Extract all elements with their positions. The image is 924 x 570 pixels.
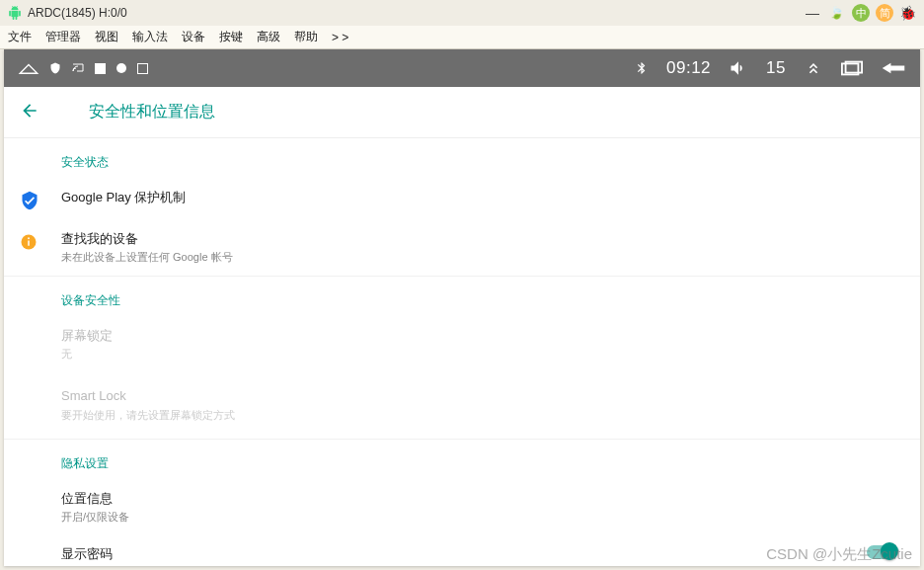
info-icon [20,232,38,252]
window-title: ARDC(1845) H:0/0 [28,6,800,20]
circle-icon [116,62,127,74]
square-outline-icon [137,63,148,74]
cast-icon [71,62,85,74]
item-find-device[interactable]: 查找我的设备 未在此设备上设置任何 Google 帐号 [4,220,920,276]
label-find-device: 查找我的设备 [61,230,904,248]
menu-ime[interactable]: 输入法 [132,29,168,45]
chevrons-up-icon [804,58,823,78]
label-location: 位置信息 [61,490,904,508]
ime-badge-1[interactable]: 中 [852,4,870,22]
bug-icon[interactable]: 🐞 [899,5,916,21]
menubar: 文件 管理器 视图 输入法 设备 按键 高级 帮助 > > [0,26,924,49]
volume-icon [729,58,748,78]
sub-show-password: 输入时短暂显示这些字符 [61,564,867,566]
section-header-device-security: 设备安全性 [4,277,920,317]
item-show-password[interactable]: 显示密码 输入时短暂显示这些字符 [4,535,920,566]
leaf-icon: 🍃 [829,6,844,20]
recents-icon[interactable] [841,60,863,76]
menu-keys[interactable]: 按键 [219,29,243,45]
menu-device[interactable]: 设备 [182,29,205,45]
menu-manager[interactable]: 管理器 [45,29,81,45]
label-show-password: 显示密码 [61,545,867,563]
sub-find-device: 未在此设备上设置任何 Google 帐号 [61,249,904,266]
menu-view[interactable]: 视图 [95,29,118,45]
section-header-security-status: 安全状态 [4,138,920,179]
section-security-status: 安全状态 Google Play 保护机制 查找我的设备 未在此设备上设置任何 … [4,138,920,277]
shield-small-icon [49,61,61,75]
window-titlebar: ARDC(1845) H:0/0 — 🍃 中 简 🐞 [0,0,924,26]
menu-advanced[interactable]: 高级 [257,29,280,45]
page-title: 安全性和位置信息 [89,102,215,122]
ime-badge-2[interactable]: 简 [876,4,893,22]
status-battery: 15 [766,58,786,78]
android-window: 09:12 15 安全性和位置信息 安全状态 Google Play 保护机制 … [4,49,920,566]
sub-smart-lock: 要开始使用，请先设置屏幕锁定方式 [61,407,904,424]
shield-icon [20,191,39,210]
sub-location: 开启/仅限设备 [61,509,904,526]
android-icon [8,6,22,20]
section-header-privacy: 隐私设置 [4,440,920,480]
android-statusbar: 09:12 15 [4,49,920,87]
show-password-switch[interactable] [867,545,896,559]
item-screen-lock[interactable]: 屏幕锁定 无 [4,317,920,372]
section-device-security: 设备安全性 屏幕锁定 无 Smart Lock 要开始使用，请先设置屏幕锁定方式 [4,277,920,440]
svg-rect-4 [28,241,30,246]
minimize-button[interactable]: — [800,5,825,21]
label-smart-lock: Smart Lock [61,387,904,405]
home-icon [18,61,39,75]
label-screen-lock: 屏幕锁定 [61,327,904,345]
svg-point-5 [28,237,30,239]
menu-help[interactable]: 帮助 [294,29,318,45]
menu-more[interactable]: > > [332,31,348,44]
svg-point-0 [116,63,126,73]
item-play-protect[interactable]: Google Play 保护机制 [4,179,920,220]
section-privacy: 隐私设置 位置信息 开启/仅限设备 显示密码 输入时短暂显示这些字符 [4,440,920,566]
item-location[interactable]: 位置信息 开启/仅限设备 [4,480,920,535]
status-time: 09:12 [666,58,711,78]
back-button[interactable] [20,101,39,124]
back-nav-icon[interactable] [881,60,906,76]
content-area[interactable]: 安全状态 Google Play 保护机制 查找我的设备 未在此设备上设置任何 … [4,138,920,566]
menu-file[interactable]: 文件 [8,29,32,45]
appbar: 安全性和位置信息 [4,87,920,138]
square-filled-icon [95,63,106,74]
sub-screen-lock: 无 [61,346,904,363]
bluetooth-icon [635,58,649,78]
label-play-protect: Google Play 保护机制 [61,189,904,206]
item-smart-lock: Smart Lock 要开始使用，请先设置屏幕锁定方式 [4,371,920,439]
